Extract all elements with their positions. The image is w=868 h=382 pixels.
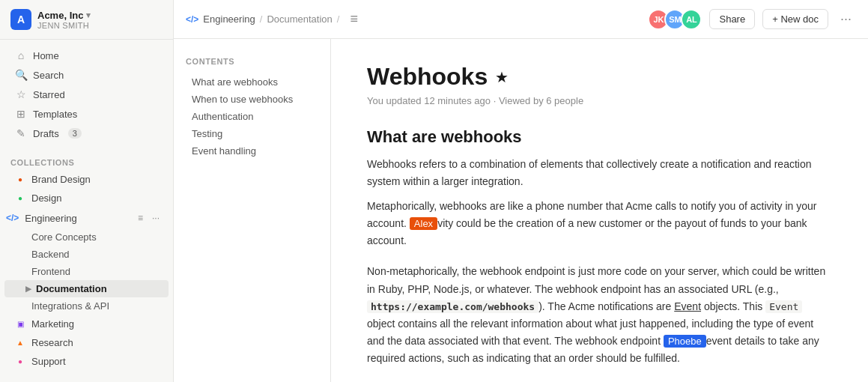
toc-item-authentication[interactable]: Authentication xyxy=(186,108,318,125)
templates-icon: ⊞ xyxy=(15,108,27,120)
document-body: Webhooks ★ You updated 12 minutes ago · … xyxy=(331,39,868,382)
para3-mid: ). The Acme notifications are xyxy=(538,300,671,312)
sidebar-item-design[interactable]: ● Design xyxy=(4,189,169,207)
sidebar-item-starred-label: Starred xyxy=(33,89,65,100)
breadcrumb-separator-2: / xyxy=(337,13,340,25)
breadcrumb-menu-button[interactable]: ≡ xyxy=(344,8,364,30)
doc-star-icon[interactable]: ★ xyxy=(495,68,509,86)
engineering-more-button[interactable]: ··· xyxy=(149,211,163,225)
topbar-right: JK SM AL Share + New doc ··· xyxy=(648,8,856,30)
workspace-info: Acme, Inc ▾ JENN SMITH xyxy=(37,10,163,30)
breadcrumb-engineering[interactable]: Engineering xyxy=(203,13,255,25)
phoebe-highlight: Phoebe xyxy=(664,335,706,348)
sidebar-item-documentation[interactable]: ▶ Documentation xyxy=(4,280,169,297)
breadcrumb-separator-1: / xyxy=(260,13,263,25)
sidebar: A Acme, Inc ▾ JENN SMITH ⌂ Home 🔍 Search… xyxy=(0,0,174,382)
doc-para-3: Non-metaphorically, the webhook endpoint… xyxy=(367,263,832,367)
workspace-header[interactable]: A Acme, Inc ▾ JENN SMITH xyxy=(0,0,173,40)
sidebar-item-research[interactable]: ▲ Research xyxy=(4,333,169,352)
doc-meta: You updated 12 minutes ago · Viewed by 6… xyxy=(367,95,832,106)
event-underlined: Event xyxy=(674,300,701,312)
sidebar-item-home-label: Home xyxy=(33,50,59,61)
engineering-breadcrumb-icon: </> xyxy=(186,14,198,25)
marketing-icon: ▣ xyxy=(15,319,25,330)
drafts-icon: ✎ xyxy=(15,127,27,139)
star-nav-icon: ☆ xyxy=(15,88,27,100)
sidebar-item-templates[interactable]: ⊞ Templates xyxy=(4,104,169,124)
support-label: Support xyxy=(31,356,66,367)
backend-label: Backend xyxy=(31,249,70,260)
documentation-label: Documentation xyxy=(36,283,107,294)
sidebar-item-search[interactable]: 🔍 Search xyxy=(4,65,169,85)
documentation-arrow-icon: ▶ xyxy=(25,285,31,293)
toc-item-testing[interactable]: Testing xyxy=(186,125,318,142)
breadcrumb: </> Engineering / Documentation / ≡ xyxy=(186,8,642,30)
engineering-label: Engineering xyxy=(25,213,76,224)
workspace-name: Acme, Inc ▾ xyxy=(37,10,163,21)
table-of-contents: CONTENTS What are webhooks When to use w… xyxy=(174,39,331,382)
toc-item-event-handling[interactable]: Event handling xyxy=(186,142,318,160)
marketing-label: Marketing xyxy=(31,318,74,330)
support-icon: ● xyxy=(15,357,25,367)
sidebar-item-search-label: Search xyxy=(33,70,64,81)
doc-title: Webhooks xyxy=(367,63,488,91)
design-label: Design xyxy=(31,192,61,204)
collaborator-avatars: JK SM AL xyxy=(648,9,702,30)
sidebar-item-marketing[interactable]: ▣ Marketing xyxy=(4,315,169,333)
breadcrumb-documentation: Documentation xyxy=(267,13,332,25)
sidebar-item-templates-label: Templates xyxy=(33,109,77,120)
research-icon: ▲ xyxy=(15,338,25,348)
para3-mid2: objects. This xyxy=(704,300,762,312)
main-area: </> Engineering / Documentation / ≡ JK S… xyxy=(174,0,868,382)
engineering-icon: </> xyxy=(6,213,19,223)
workspace-user: JENN SMITH xyxy=(37,21,163,30)
design-icon: ● xyxy=(15,193,25,204)
toc-title: CONTENTS xyxy=(186,57,318,66)
drafts-badge: 3 xyxy=(68,128,82,139)
core-concepts-label: Core Concepts xyxy=(31,231,97,243)
event-code: Event xyxy=(765,300,802,313)
toc-item-what-are-webhooks[interactable]: What are webhooks xyxy=(186,73,318,91)
home-icon: ⌂ xyxy=(15,49,27,61)
frontend-label: Frontend xyxy=(31,266,70,277)
engineering-sort-button[interactable]: ≡ xyxy=(135,211,146,225)
workspace-avatar: A xyxy=(10,9,31,30)
content-area: CONTENTS What are webhooks When to use w… xyxy=(174,39,868,382)
sidebar-item-support[interactable]: ● Support xyxy=(4,352,169,371)
section-heading-what-are-webhooks: What are webhooks xyxy=(367,127,832,147)
sidebar-item-frontend[interactable]: Frontend xyxy=(4,263,169,280)
sidebar-item-engineering[interactable]: </> Engineering ≡ ··· xyxy=(0,207,173,228)
doc-para-2: Metaphorically, webhooks are like a phon… xyxy=(367,198,832,249)
topbar-more-button[interactable]: ··· xyxy=(836,8,856,30)
sidebar-item-backend[interactable]: Backend xyxy=(4,246,169,263)
brand-design-label: Brand Design xyxy=(31,174,91,185)
share-button[interactable]: Share xyxy=(709,9,755,29)
topbar: </> Engineering / Documentation / ≡ JK S… xyxy=(174,0,868,39)
sidebar-item-integrations-api[interactable]: Integrations & API xyxy=(4,297,169,315)
sidebar-item-brand-design[interactable]: ● Brand Design xyxy=(4,170,169,189)
brand-design-icon: ● xyxy=(15,175,25,185)
para3-text-1: Non-metaphorically, the webhook endpoint… xyxy=(367,265,825,294)
doc-para-1: Webhooks refers to a combination of elem… xyxy=(367,156,832,190)
avatar-3: AL xyxy=(681,9,702,30)
collections-label: COLLECTIONS xyxy=(0,149,173,170)
toc-item-when-to-use[interactable]: When to use webhooks xyxy=(186,91,318,108)
sidebar-item-starred[interactable]: ☆ Starred xyxy=(4,85,169,104)
sidebar-item-core-concepts[interactable]: Core Concepts xyxy=(4,228,169,246)
search-icon: 🔍 xyxy=(15,69,27,81)
integrations-api-label: Integrations & API xyxy=(31,300,109,312)
sidebar-item-drafts-label: Drafts xyxy=(33,128,59,139)
sidebar-item-drafts[interactable]: ✎ Drafts 3 xyxy=(4,124,169,143)
engineering-actions: ≡ ··· xyxy=(135,211,163,225)
url-text: https://example.com/webhooks xyxy=(367,300,538,313)
new-doc-button[interactable]: + New doc xyxy=(762,9,828,29)
sidebar-item-home[interactable]: ⌂ Home xyxy=(4,46,169,65)
alex-highlight: Alex xyxy=(410,217,437,230)
doc-title-row: Webhooks ★ xyxy=(367,63,832,91)
sidebar-nav: ⌂ Home 🔍 Search ☆ Starred ⊞ Templates ✎ … xyxy=(0,40,173,149)
research-label: Research xyxy=(31,337,73,348)
